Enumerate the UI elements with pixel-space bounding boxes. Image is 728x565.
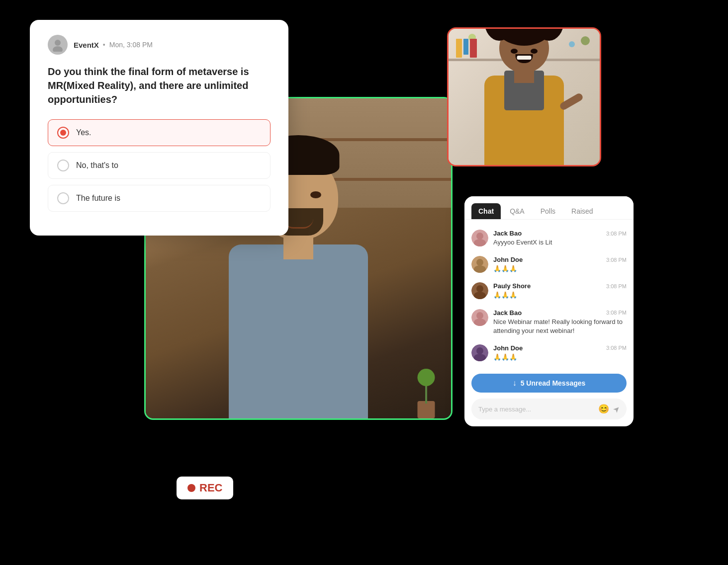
poll-meta-dot: • — [103, 41, 105, 49]
poll-option-2-text: No, that's to — [76, 161, 118, 170]
msg-2-text: 🙏🙏🙏 — [493, 264, 627, 273]
msg-2-name: John Doe — [493, 256, 523, 263]
avatar-pauly-shore — [471, 282, 488, 299]
svg-point-12 — [476, 312, 483, 319]
msg-4-time: 3:08 PM — [606, 310, 627, 316]
avatar-jack-bao-1 — [471, 230, 488, 246]
poll-option-1-text: Yes. — [76, 128, 91, 137]
poll-option-3[interactable]: The future is — [48, 185, 271, 212]
svg-point-3 — [476, 233, 483, 240]
tab-polls[interactable]: Polls — [534, 203, 562, 219]
poll-avatar — [48, 35, 68, 55]
tab-chat[interactable]: Chat — [471, 203, 501, 219]
chat-tabs: Chat Q&A Polls Raised — [464, 196, 634, 220]
msg-3-header: Pauly Shore 3:08 PM — [493, 282, 627, 290]
unread-label: 5 Unread Messages — [521, 379, 586, 387]
msg-5-content: John Doe 3:08 PM 🙏🙏🙏 — [493, 344, 627, 362]
chat-message-2: John Doe 3:08 PM 🙏🙏🙏 — [471, 252, 627, 277]
chat-message-1: Jack Bao 3:08 PM Ayyyoo EventX is Lit — [471, 226, 627, 251]
chat-input-placeholder[interactable]: Type a message... — [478, 405, 594, 413]
radio-button-1[interactable] — [57, 127, 69, 139]
svg-point-1 — [53, 46, 63, 52]
send-button[interactable]: ➤ — [611, 404, 622, 415]
svg-point-6 — [476, 259, 483, 266]
msg-5-text: 🙏🙏🙏 — [493, 353, 627, 362]
emoji-button[interactable]: 😊 — [598, 404, 609, 414]
msg-5-header: John Doe 3:08 PM — [493, 344, 627, 352]
svg-point-15 — [476, 347, 483, 354]
msg-3-name: Pauly Shore — [493, 282, 531, 290]
chat-message-5: John Doe 3:08 PM 🙏🙏🙏 — [471, 340, 627, 366]
video-thumbnail — [447, 27, 601, 166]
msg-2-time: 3:08 PM — [606, 257, 627, 263]
msg-3-text: 🙏🙏🙏 — [493, 291, 627, 300]
radio-button-2[interactable] — [57, 160, 69, 171]
unread-arrow-icon: ↓ — [513, 379, 517, 388]
rec-dot — [187, 484, 195, 492]
svg-point-9 — [476, 285, 483, 292]
avatar-jack-bao-2 — [471, 309, 488, 326]
poll-question: Do you think the final form of metaverse… — [48, 65, 271, 106]
msg-4-text: Nice Webinar mate! Really looking forwar… — [493, 318, 627, 335]
radio-button-3[interactable] — [57, 192, 69, 204]
tab-qa[interactable]: Q&A — [503, 203, 532, 219]
chat-panel: Chat Q&A Polls Raised Jack Bao 3:08 PM A… — [464, 196, 634, 426]
avatar-john-doe-2 — [471, 344, 488, 361]
poll-option-3-text: The future is — [76, 194, 120, 203]
msg-3-content: Pauly Shore 3:08 PM 🙏🙏🙏 — [493, 282, 627, 300]
poll-option-2[interactable]: No, that's to — [48, 152, 271, 179]
msg-1-header: Jack Bao 3:08 PM — [493, 230, 627, 237]
msg-3-time: 3:08 PM — [606, 283, 627, 289]
msg-1-time: 3:08 PM — [606, 231, 627, 237]
video-thumb-bg — [449, 29, 600, 165]
radio-inner-1 — [60, 130, 66, 136]
poll-card: EventX • Mon, 3:08 PM Do you think the f… — [30, 20, 288, 236]
msg-1-content: Jack Bao 3:08 PM Ayyyoo EventX is Lit — [493, 230, 627, 247]
avatar-john-doe-1 — [471, 256, 488, 273]
rec-label: REC — [199, 482, 222, 494]
poll-meta-time: Mon, 3:08 PM — [109, 41, 153, 49]
poll-meta: EventX • Mon, 3:08 PM — [74, 41, 153, 49]
chat-message-3: Pauly Shore 3:08 PM 🙏🙏🙏 — [471, 278, 627, 304]
poll-header: EventX • Mon, 3:08 PM — [48, 35, 271, 55]
chat-message-4: Jack Bao 3:08 PM Nice Webinar mate! Real… — [471, 305, 627, 339]
chat-input-row[interactable]: Type a message... 😊 ➤ — [471, 399, 627, 419]
chat-messages: Jack Bao 3:08 PM Ayyyoo EventX is Lit Jo… — [464, 220, 634, 372]
msg-2-content: John Doe 3:08 PM 🙏🙏🙏 — [493, 256, 627, 273]
poll-option-1[interactable]: Yes. — [48, 119, 271, 146]
msg-5-name: John Doe — [493, 344, 523, 352]
msg-4-header: Jack Bao 3:08 PM — [493, 309, 627, 317]
unread-messages-button[interactable]: ↓ 5 Unread Messages — [471, 374, 627, 393]
tab-raised[interactable]: Raised — [564, 203, 600, 219]
msg-4-content: Jack Bao 3:08 PM Nice Webinar mate! Real… — [493, 309, 627, 335]
msg-4-name: Jack Bao — [493, 309, 522, 317]
msg-2-header: John Doe 3:08 PM — [493, 256, 627, 263]
svg-point-0 — [55, 40, 61, 46]
msg-1-text: Ayyyoo EventX is Lit — [493, 238, 627, 247]
poll-meta-name: EventX — [74, 41, 99, 49]
msg-5-time: 3:08 PM — [606, 345, 627, 351]
rec-badge: REC — [177, 477, 233, 499]
msg-1-name: Jack Bao — [493, 230, 522, 237]
